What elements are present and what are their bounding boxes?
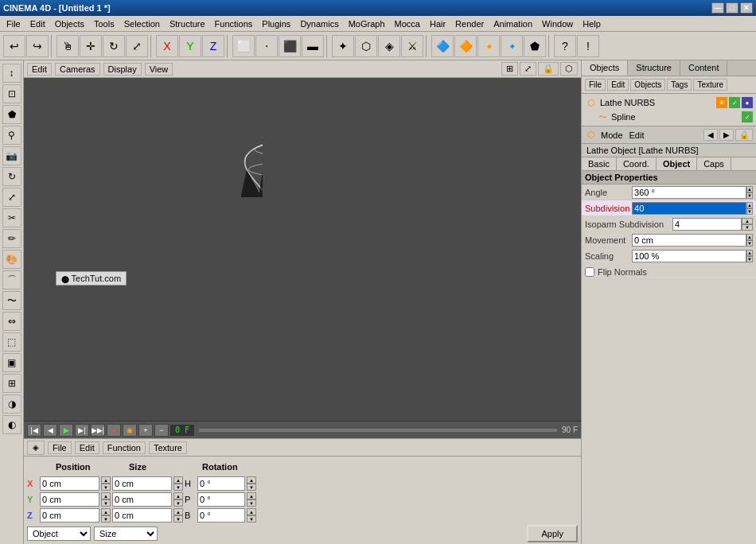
h-rot-input[interactable]	[197, 476, 245, 491]
toolbar-knife[interactable]: ⚔	[401, 35, 423, 57]
movement-spinner[interactable]: ▲▼	[746, 234, 753, 247]
sidebar-move-tool[interactable]: ↕	[2, 64, 21, 83]
rp-texture-btn[interactable]: Texture	[693, 79, 727, 91]
vp-display-btn[interactable]: Display	[103, 63, 142, 76]
toolbar-undo[interactable]: ↩	[3, 35, 25, 57]
menu-render[interactable]: Render	[450, 17, 489, 30]
sidebar-select[interactable]: ⊡	[2, 84, 21, 103]
timeline-plus-btn[interactable]: +	[138, 424, 153, 437]
prop-tab-object[interactable]: Object	[657, 157, 697, 170]
timeline-autokey-btn[interactable]: ◉	[123, 424, 137, 437]
bottom-file-btn[interactable]: File	[48, 441, 72, 454]
close-btn[interactable]: ✕	[740, 2, 753, 14]
p-rot-spinner[interactable]: ▲▼	[247, 492, 256, 507]
menu-objects[interactable]: Objects	[50, 17, 89, 30]
menu-selection[interactable]: Selection	[119, 17, 165, 30]
b-rot-input[interactable]	[197, 508, 245, 523]
size-dropdown[interactable]: Size	[94, 527, 158, 541]
menu-tools[interactable]: Tools	[89, 17, 119, 30]
menu-mograph[interactable]: MoGraph	[344, 17, 390, 30]
sidebar-mirror[interactable]: ⬚	[2, 332, 21, 352]
toolbar-3d-icon4[interactable]: 🔹	[501, 35, 523, 57]
frame-input[interactable]: 0 F	[170, 425, 194, 436]
sidebar-camera[interactable]: 📷	[2, 146, 21, 165]
menu-window[interactable]: Window	[537, 17, 578, 30]
movement-input[interactable]	[632, 234, 746, 247]
menu-help[interactable]: Help	[578, 17, 606, 30]
y-size-input[interactable]	[112, 492, 172, 507]
toolbar-x-axis[interactable]: X	[156, 35, 178, 57]
toolbar-y-axis[interactable]: Y	[179, 35, 201, 57]
lathe-eye[interactable]: 👁	[716, 97, 727, 108]
angle-spinner[interactable]: ▲▼	[746, 186, 753, 199]
3d-viewport[interactable]: Perspective	[24, 78, 581, 421]
timeline-end-btn[interactable]: ▶▶|	[91, 424, 105, 437]
timeline-start-btn[interactable]: |◀	[27, 424, 41, 437]
menu-animation[interactable]: Animation	[489, 17, 537, 30]
rp-objects-btn[interactable]: Objects	[630, 79, 665, 91]
prop-lock-btn[interactable]: 🔒	[735, 129, 753, 141]
sidebar-spline2[interactable]: 〜	[2, 291, 21, 310]
subdivision-input[interactable]	[632, 202, 746, 215]
tab-objects[interactable]: Objects	[582, 60, 628, 76]
timeline-prev-btn[interactable]: ◀	[43, 424, 57, 437]
minimize-btn[interactable]: —	[711, 2, 724, 14]
toolbar-3d-icon5[interactable]: ⬟	[524, 35, 546, 57]
menu-hair[interactable]: Hair	[425, 17, 450, 30]
x-pos-spinner[interactable]: ▲▼	[101, 476, 111, 491]
timeline-play-btn[interactable]: ▶	[59, 424, 73, 437]
sidebar-scale[interactable]: ⤢	[2, 188, 21, 207]
toolbar-rotate[interactable]: ↻	[103, 35, 125, 57]
z-pos-spinner[interactable]: ▲▼	[101, 508, 111, 523]
sidebar-paint[interactable]: 🎨	[2, 250, 21, 269]
toolbar-poly-mode[interactable]: ▬	[302, 35, 324, 57]
toolbar-3d-icon3[interactable]: 🔸	[477, 35, 500, 57]
apply-button[interactable]: Apply	[527, 525, 578, 542]
y-pos-input[interactable]	[40, 492, 99, 507]
toolbar-create[interactable]: ✦	[332, 35, 354, 57]
menu-dynamics[interactable]: Dynamics	[295, 17, 343, 30]
sidebar-char4[interactable]: ◐	[2, 415, 21, 434]
isoparm-input[interactable]	[672, 218, 742, 231]
toolbar-3d-icon1[interactable]: 🔷	[431, 35, 454, 57]
vp-lock-btn[interactable]: 🔒	[538, 62, 559, 76]
toolbar-extrude[interactable]: ⬡	[355, 35, 377, 57]
lathe-dot[interactable]: ●	[742, 97, 753, 108]
sidebar-knife[interactable]: ✂	[2, 208, 21, 227]
toolbar-z-axis[interactable]: Z	[202, 35, 224, 57]
rp-file-btn[interactable]: File	[585, 79, 606, 91]
scaling-input[interactable]	[632, 250, 746, 262]
toolbar-object-mode[interactable]: ⬜	[232, 35, 255, 57]
toolbar-edge-mode[interactable]: ⬛	[279, 35, 301, 57]
toolbar-redo[interactable]: ↪	[26, 35, 49, 57]
y-size-spinner[interactable]: ▲▼	[173, 492, 183, 507]
menu-functions[interactable]: Functions	[210, 17, 258, 30]
timeline-next-btn[interactable]: ▶|	[75, 424, 89, 437]
subdivision-spinner[interactable]: ▲▼	[746, 202, 753, 215]
sidebar-char2[interactable]: ⊞	[2, 374, 21, 393]
sidebar-rotate[interactable]: ↻	[2, 167, 21, 186]
z-pos-input[interactable]	[40, 508, 99, 523]
bottom-texture-btn[interactable]: Texture	[149, 441, 187, 454]
toolbar-3d-icon2[interactable]: 🔶	[454, 35, 477, 57]
vp-cameras-btn[interactable]: Cameras	[55, 63, 100, 76]
vp-view-btn[interactable]: View	[145, 63, 173, 76]
x-size-input[interactable]	[112, 476, 172, 491]
x-size-spinner[interactable]: ▲▼	[173, 476, 183, 491]
h-rot-spinner[interactable]: ▲▼	[247, 476, 256, 491]
vp-edit-btn[interactable]: Edit	[27, 63, 52, 76]
y-pos-spinner[interactable]: ▲▼	[101, 492, 111, 507]
vp-stereo-btn[interactable]: ⬡	[560, 62, 578, 76]
sidebar-char3[interactable]: ◑	[2, 394, 21, 414]
b-rot-spinner[interactable]: ▲▼	[247, 508, 256, 523]
scaling-spinner[interactable]: ▲▼	[746, 250, 753, 262]
prop-tab-basic[interactable]: Basic	[582, 157, 617, 170]
toolbar-info[interactable]: !	[577, 35, 599, 57]
toolbar-move[interactable]: ✛	[80, 35, 102, 57]
sidebar-magnet[interactable]: ⚲	[2, 126, 21, 145]
tab-content[interactable]: Content	[680, 60, 728, 76]
menu-plugins[interactable]: Plugins	[257, 17, 295, 30]
rp-edit-btn[interactable]: Edit	[607, 79, 629, 91]
prop-tab-caps[interactable]: Caps	[697, 157, 731, 170]
sidebar-sym[interactable]: ⇔	[2, 312, 21, 331]
